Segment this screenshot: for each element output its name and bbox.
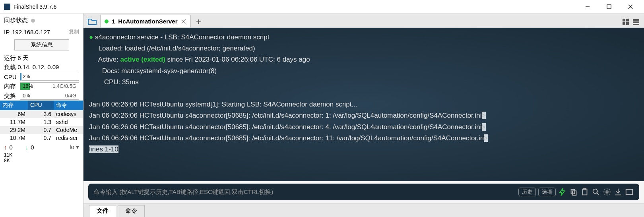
svg-rect-9: [626, 22, 629, 25]
network-interface[interactable]: lo ▾: [70, 143, 79, 151]
gear-icon[interactable]: [603, 188, 611, 196]
options-button[interactable]: 选项: [538, 188, 556, 196]
cpu-label: CPU: [4, 74, 18, 80]
list-view-icon[interactable]: [632, 18, 640, 26]
svg-rect-11: [633, 21, 639, 23]
open-folder-button[interactable]: [86, 15, 99, 27]
svg-line-18: [597, 193, 599, 196]
table-row[interactable]: 11.7M 1.3 sshd: [0, 118, 83, 126]
session-tabbar: 1 HcAutomationServer +: [83, 14, 644, 28]
svg-rect-10: [633, 19, 639, 21]
download-arrow-icon: ↓: [25, 144, 29, 151]
paste-icon[interactable]: [580, 188, 589, 196]
grid-view-icon[interactable]: [622, 18, 630, 26]
svg-rect-6: [623, 19, 625, 21]
svg-rect-1: [607, 5, 611, 9]
load-text: 负载 0.14, 0.12, 0.09: [0, 63, 83, 72]
sync-status-label: 同步状态: [4, 17, 28, 24]
command-tab[interactable]: 命令: [118, 205, 145, 217]
maximize-button[interactable]: [602, 2, 616, 12]
process-header-mem[interactable]: 内存: [0, 101, 28, 110]
copy-ip-link[interactable]: 复制: [69, 28, 79, 35]
terminal-output[interactable]: ● s4aconnector.service - LSB: S4AConnect…: [83, 28, 644, 181]
table-row[interactable]: 6M 3.6 codesys: [0, 110, 83, 118]
memory-meter: 内存 16% 1.4G/8.5G: [0, 81, 83, 91]
app-title: FinalShell 3.9.7.6: [14, 4, 580, 10]
close-button[interactable]: [623, 2, 638, 12]
swap-label: 交换: [4, 92, 18, 100]
process-table-header: 内存 CPU 命令: [0, 101, 83, 110]
ip-label: IP: [4, 29, 10, 35]
tab-label: HcAutomationServer: [118, 18, 177, 25]
command-input[interactable]: 命令输入 (按ALT键提示历史,TAB键路径,ESC键返回,双击CTRL切换): [94, 188, 518, 196]
table-row[interactable]: 29.2M 0.7 CodeMe: [0, 126, 83, 134]
chart-scale: 11K 8K: [0, 152, 83, 164]
ip-row: IP 192.168.0.127 复制: [0, 27, 83, 37]
status-dot-icon: [105, 19, 109, 23]
close-tab-button[interactable]: [181, 19, 186, 24]
sidebar: 同步状态 IP 192.168.0.127 复制 系统信息 运行 6 天 负载 …: [0, 14, 83, 217]
process-header-cmd[interactable]: 命令: [54, 101, 83, 110]
upload-arrow-icon: ↑: [4, 144, 7, 151]
sync-status-row: 同步状态: [0, 14, 83, 27]
window-controls: [580, 2, 638, 12]
download-icon[interactable]: [614, 188, 623, 196]
memory-percent: 16%: [23, 83, 33, 89]
layout-icons: [622, 18, 644, 27]
svg-point-17: [593, 189, 597, 194]
status-bullet-icon: ●: [89, 33, 95, 41]
copy-icon[interactable]: [569, 188, 578, 196]
memory-label: 内存: [4, 83, 18, 90]
command-bar: 命令输入 (按ALT键提示历史,TAB键路径,ESC键返回,双击CTRL切换) …: [88, 184, 639, 200]
svg-rect-7: [626, 19, 629, 21]
title-bar: FinalShell 3.9.7.6: [0, 0, 644, 14]
minimize-button[interactable]: [580, 2, 595, 12]
network-row: ↑ 0 ↓ 0 lo ▾: [0, 142, 83, 152]
file-tab[interactable]: 文件: [89, 205, 116, 217]
swap-percent: 0%: [23, 93, 30, 99]
svg-point-19: [606, 191, 608, 193]
memory-detail: 1.4G/8.5G: [52, 83, 76, 89]
search-icon[interactable]: [592, 188, 600, 196]
tab-index: 1: [112, 18, 115, 25]
process-header-cpu[interactable]: CPU: [28, 101, 54, 110]
right-pane: 1 HcAutomationServer + ● s4aconnector.se…: [83, 14, 644, 217]
sync-status-dot-icon: [31, 19, 35, 23]
system-info-button[interactable]: 系统信息: [14, 39, 69, 50]
cpu-percent: 2%: [23, 74, 30, 79]
cpu-meter: CPU 2%: [0, 72, 83, 81]
ip-value: 192.168.0.127: [12, 29, 50, 35]
flash-icon[interactable]: [558, 188, 567, 196]
pager-status: lines 1-10: [89, 145, 118, 153]
download-value: 0: [31, 144, 34, 151]
app-icon: [4, 4, 10, 10]
uptime-text: 运行 6 天: [0, 54, 83, 63]
history-button[interactable]: 历史: [518, 188, 536, 196]
swap-meter: 交换 0% 0/4G: [0, 91, 83, 101]
svg-rect-12: [633, 24, 639, 25]
process-table-body: 6M 3.6 codesys 11.7M 1.3 sshd 29.2M 0.7 …: [0, 110, 83, 142]
session-tab[interactable]: 1 HcAutomationServer: [100, 15, 191, 27]
svg-rect-20: [626, 190, 633, 195]
svg-rect-8: [623, 22, 625, 25]
add-tab-button[interactable]: +: [193, 16, 204, 27]
svg-rect-14: [572, 191, 576, 195]
swap-detail: 0/4G: [65, 93, 76, 99]
table-row[interactable]: 10.7M 0.7 redis-ser: [0, 134, 83, 142]
fullscreen-icon[interactable]: [625, 188, 634, 196]
upload-value: 0: [10, 144, 13, 151]
svg-rect-13: [571, 190, 575, 194]
bottom-tabs: 文件 命令: [83, 203, 644, 217]
